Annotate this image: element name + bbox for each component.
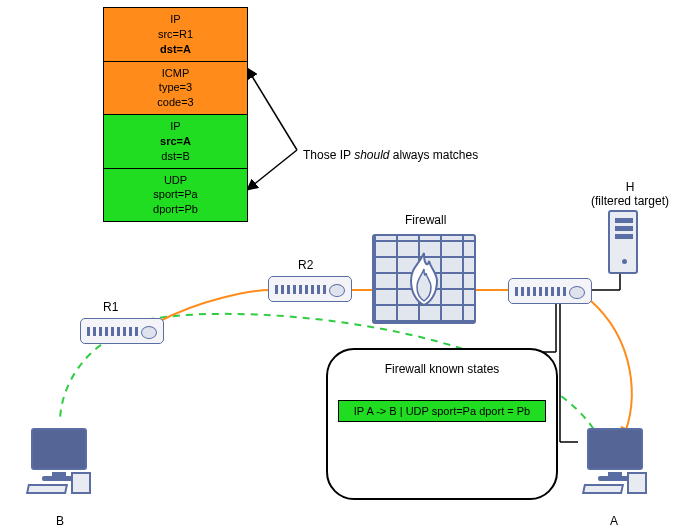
router-r3 xyxy=(508,278,592,304)
pkt-text: UDP xyxy=(164,173,187,188)
label-h: H (filtered target) xyxy=(585,180,675,208)
note-part: Those IP xyxy=(303,148,354,162)
annotation-text: Those IP should always matches xyxy=(303,148,478,162)
svg-line-1 xyxy=(247,150,297,190)
pkt-text: IP xyxy=(170,12,180,27)
pkt-text: ICMP xyxy=(162,66,190,81)
label-a: A xyxy=(610,514,618,528)
computer-b xyxy=(22,428,96,500)
state-table-row: IP A -> B | UDP sport=Pa dport = Pb xyxy=(338,400,546,422)
state-table-title: Firewall known states xyxy=(328,362,556,376)
note-part: always matches xyxy=(390,148,479,162)
firewall-state-table: Firewall known states IP A -> B | UDP sp… xyxy=(326,348,558,500)
pkt-udp: UDP sport=Pa dport=Pb xyxy=(104,169,247,222)
computer-a xyxy=(578,428,652,500)
server-h xyxy=(608,210,638,274)
pkt-text: src=A xyxy=(160,134,191,149)
label-b: B xyxy=(56,514,64,528)
firewall-icon xyxy=(372,234,476,324)
svg-line-0 xyxy=(247,68,297,150)
pkt-text: src=R1 xyxy=(158,27,193,42)
packet-stack: IP src=R1 dst=A ICMP type=3 code=3 IP sr… xyxy=(103,7,248,222)
pkt-text: sport=Pa xyxy=(153,187,197,202)
label-firewall: Firewall xyxy=(405,213,446,227)
note-em: should xyxy=(354,148,389,162)
pkt-text: dport=Pb xyxy=(153,202,198,217)
label-h-l1: H xyxy=(626,180,635,194)
pkt-ip-outer: IP src=R1 dst=A xyxy=(104,8,247,62)
pkt-text: dst=A xyxy=(160,42,191,57)
pkt-text: dst=B xyxy=(161,149,189,164)
pkt-icmp: ICMP type=3 code=3 xyxy=(104,62,247,116)
router-r2 xyxy=(268,276,352,302)
flame-icon xyxy=(401,251,447,307)
pkt-text: type=3 xyxy=(159,80,192,95)
label-r1: R1 xyxy=(103,300,118,314)
pkt-ip-inner: IP src=A dst=B xyxy=(104,115,247,169)
pkt-text: IP xyxy=(170,119,180,134)
label-r2: R2 xyxy=(298,258,313,272)
pkt-text: code=3 xyxy=(157,95,193,110)
router-r1 xyxy=(80,318,164,344)
label-h-l2: (filtered target) xyxy=(591,194,669,208)
